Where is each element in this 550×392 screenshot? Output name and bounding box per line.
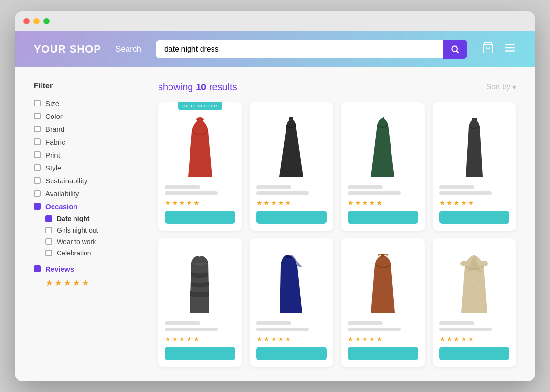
add-to-bag-button-5[interactable] [165,347,235,360]
chevron-down-icon: ▾ [512,83,516,92]
product-5-name-line [165,321,200,325]
product-6-stars: ★ ★ ★ ★ ★ [256,335,327,343]
filter-availability[interactable]: Availability [34,187,144,200]
product-1-stars: ★ ★ ★ ★ ★ [165,199,235,207]
search-bar [156,40,467,59]
best-seller-badge: BEST SELLER [178,102,222,110]
review-stars[interactable]: ★ ★ ★ ★ ★ [45,277,144,288]
filter-sustainability-label: Sustainability [45,177,87,185]
sub-item-celebration[interactable]: Celebration [45,247,144,259]
p5-star-3: ★ [179,335,185,343]
sub-item-date-night[interactable]: Date night [45,213,144,224]
svg-point-12 [460,261,468,266]
product-4-price-line [439,191,492,195]
product-8-price-line [439,328,492,331]
search-input[interactable] [156,40,443,58]
p1-star-1: ★ [165,199,171,207]
filter-brand[interactable]: Brand [34,123,144,136]
wear-to-work-checkbox[interactable] [45,238,52,245]
add-to-bag-button-4[interactable] [439,211,510,224]
dress-image-6 [256,251,327,318]
product-3-details [348,185,418,195]
showing-text: showing [158,82,196,92]
product-5-stars: ★ ★ ★ ★ ★ [165,335,235,343]
p1-star-4: ★ [186,199,192,207]
menu-icon[interactable] [504,42,516,57]
product-card-8: ★ ★ ★ ★ ★ [433,238,517,367]
color-checkbox[interactable] [34,113,41,119]
add-to-bag-button-1[interactable] [165,211,235,224]
add-to-bag-button-6[interactable] [256,347,327,360]
p1-star-2: ★ [172,199,178,207]
product-6-name-line [256,321,292,325]
filter-title: Filter [34,82,144,90]
size-checkbox[interactable] [34,100,41,106]
filter-reviews: Reviews ★ ★ ★ ★ ★ [34,263,144,288]
add-to-bag-button-2[interactable] [256,211,327,224]
girls-night-out-checkbox[interactable] [45,227,52,233]
dress-image-3 [348,115,418,181]
product-card-4: ★ ★ ★ ★ ★ [433,102,517,231]
product-1-name-line [165,185,200,189]
filter-color[interactable]: Color [34,110,144,123]
celebration-checkbox[interactable] [45,250,52,256]
p8-star-3: ★ [454,335,460,343]
sustainability-checkbox[interactable] [34,177,41,184]
product-4-name-line [439,185,475,189]
reviews-label: Reviews [45,265,74,273]
dress-image-4 [439,115,510,181]
print-checkbox[interactable] [34,151,41,158]
p4-star-2: ★ [446,199,453,207]
filter-style[interactable]: Style [34,161,144,174]
product-card-7: ★ ★ ★ ★ ★ [341,238,425,367]
add-to-bag-button-7[interactable] [348,347,418,360]
occasion-label: Occasion [45,202,78,211]
header-icons [482,42,516,57]
svg-point-17 [471,290,473,292]
maximize-dot[interactable] [43,18,50,24]
occasion-checkbox[interactable] [34,203,41,210]
product-content: showing 10 results Sort by ▾ BEST SELLER [158,82,516,367]
cart-icon[interactable] [482,42,494,57]
product-7-stars: ★ ★ ★ ★ ★ [348,335,418,343]
sub-item-girls-night-out[interactable]: Girls night out [45,224,144,236]
product-3-stars: ★ ★ ★ ★ ★ [348,199,418,207]
product-grid: BEST SELLER ★ ★ [158,102,516,367]
filter-print[interactable]: Print [34,148,144,161]
product-7-name-line [348,321,383,325]
svg-rect-7 [289,117,293,122]
dress-image-1 [165,115,235,181]
sort-by-dropdown[interactable]: Sort by ▾ [486,83,516,92]
dress-image-8 [439,251,510,318]
date-night-checkbox[interactable] [45,215,52,222]
filter-fabric[interactable]: Fabric [34,136,144,148]
availability-checkbox[interactable] [34,190,41,197]
filter-occasion[interactable]: Occasion [34,200,144,213]
product-8-name-line [439,321,475,325]
brand-checkbox[interactable] [34,126,41,132]
close-dot[interactable] [23,18,30,24]
p5-star-5: ★ [193,335,200,343]
add-to-bag-button-8[interactable] [439,347,510,360]
p5-star-1: ★ [165,335,171,343]
main-content: Filter Size Color Brand Fabric Print [15,67,535,381]
reviews-checkbox[interactable] [34,265,41,272]
add-to-bag-button-3[interactable] [348,211,418,224]
style-checkbox[interactable] [34,164,41,171]
reviews-header[interactable]: Reviews [34,263,144,275]
fabric-checkbox[interactable] [34,138,41,145]
product-3-name-line [348,185,383,189]
p4-star-5: ★ [468,199,474,207]
p7-star-1: ★ [348,335,354,343]
p8-star-5: ★ [468,335,474,343]
minimize-dot[interactable] [33,18,40,24]
filter-size[interactable]: Size [34,97,144,110]
sidebar: Filter Size Color Brand Fabric Print [34,82,144,367]
filter-sustainability[interactable]: Sustainability [34,174,144,187]
results-header: showing 10 results Sort by ▾ [158,82,516,93]
product-8-details [439,321,510,331]
sub-item-wear-to-work[interactable]: Wear to work [45,236,144,247]
svg-rect-10 [472,118,477,121]
search-button[interactable] [443,40,467,59]
p5-star-4: ★ [186,335,192,343]
